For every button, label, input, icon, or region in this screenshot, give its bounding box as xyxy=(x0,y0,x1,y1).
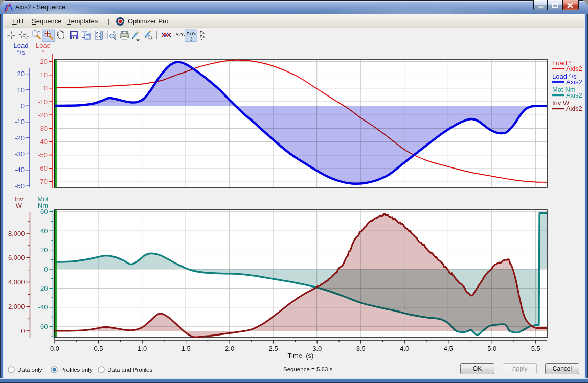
svg-text:0: 0 xyxy=(21,102,25,110)
svg-text:-60: -60 xyxy=(38,164,48,172)
svg-text:0.0: 0.0 xyxy=(50,345,59,352)
svg-text:10: 10 xyxy=(17,86,25,94)
svg-text:1.0: 1.0 xyxy=(138,345,147,352)
svg-text:-50: -50 xyxy=(15,182,25,190)
svg-text:5.5: 5.5 xyxy=(531,345,540,352)
svg-text:10: 10 xyxy=(40,71,48,79)
svg-text:40: 40 xyxy=(40,227,48,235)
svg-text:Axis2: Axis2 xyxy=(566,78,582,86)
svg-text:3.5: 3.5 xyxy=(356,345,366,352)
svg-text:20: 20 xyxy=(40,58,48,65)
svg-text:20: 20 xyxy=(40,246,48,254)
svg-text:Time (s): Time (s) xyxy=(288,352,314,360)
svg-text:-10: -10 xyxy=(15,118,25,126)
svg-text:6,000: 6,000 xyxy=(8,254,25,261)
svg-text:0: 0 xyxy=(44,84,48,92)
svg-text:4.0: 4.0 xyxy=(400,345,409,352)
svg-text:2.5: 2.5 xyxy=(269,345,278,352)
svg-text:Axis2: Axis2 xyxy=(566,105,582,112)
svg-text:2,000: 2,000 xyxy=(8,303,25,310)
svg-text:°/s: °/s xyxy=(17,49,25,56)
svg-text:-60: -60 xyxy=(38,323,48,330)
svg-text:-70: -70 xyxy=(38,178,48,185)
svg-text:-20: -20 xyxy=(15,134,25,142)
svg-text:-30: -30 xyxy=(15,150,25,158)
svg-text:8,000: 8,000 xyxy=(8,230,25,237)
svg-text:4.5: 4.5 xyxy=(444,345,453,352)
svg-text:-20: -20 xyxy=(38,111,48,119)
svg-text:3.0: 3.0 xyxy=(312,345,322,352)
svg-text:-10: -10 xyxy=(38,98,48,106)
svg-text:20: 20 xyxy=(17,70,25,78)
svg-text:-20: -20 xyxy=(38,284,48,292)
svg-text:°: ° xyxy=(42,49,44,56)
svg-text:-50: -50 xyxy=(38,151,48,159)
svg-text:Axis2: Axis2 xyxy=(566,91,582,99)
svg-text:0: 0 xyxy=(44,266,48,273)
svg-text:Axis2: Axis2 xyxy=(566,65,582,73)
svg-text:4,000: 4,000 xyxy=(8,278,25,286)
svg-text:0: 0 xyxy=(21,327,25,335)
svg-text:0.5: 0.5 xyxy=(94,345,103,352)
svg-text:W: W xyxy=(16,202,22,209)
svg-text:5.0: 5.0 xyxy=(487,345,496,352)
svg-text:1.5: 1.5 xyxy=(182,345,191,352)
svg-text:-40: -40 xyxy=(15,166,25,174)
svg-text:Nm: Nm xyxy=(38,202,48,209)
svg-text:2.0: 2.0 xyxy=(225,345,234,352)
svg-text:-30: -30 xyxy=(38,125,48,132)
svg-text:-40: -40 xyxy=(38,303,48,311)
svg-text:-40: -40 xyxy=(38,138,48,146)
